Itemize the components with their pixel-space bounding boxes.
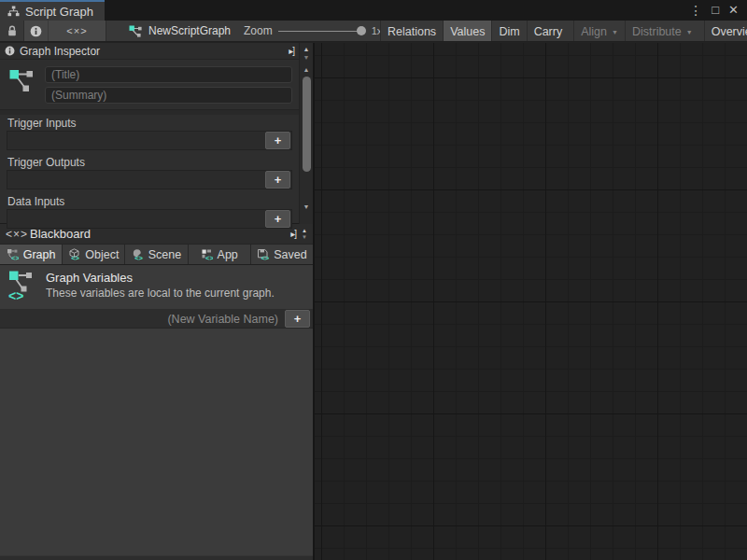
graph-variables-icon-large: <> <box>7 270 35 309</box>
graph-variables-icon: <> <box>7 248 19 260</box>
chevron-down-icon: ▼ <box>612 29 618 35</box>
variables-code-icon: <×> <box>66 25 87 36</box>
graph-node-icon <box>129 25 143 37</box>
new-variable-name-input[interactable] <box>0 313 285 326</box>
overview-button[interactable]: Overview <box>704 21 747 42</box>
tab-graph[interactable]: <> Graph <box>0 245 62 264</box>
zoom-slider[interactable] <box>278 25 366 36</box>
svg-text:<>: <> <box>134 254 143 260</box>
svg-text:<>: <> <box>205 254 213 260</box>
main-area: Graph Inspector ▸] <box>0 43 747 560</box>
blackboard-tabs: <> Graph <> Object <box>0 245 313 265</box>
tab-script-graph[interactable]: Script Graph <box>0 0 105 21</box>
scroll-down-icon[interactable]: ▼ <box>303 203 310 211</box>
graph-toolbar: <×> NewScriptGraph Zoom 1x Relation <box>0 21 747 42</box>
graph-variables-description: These variables are local to the current… <box>46 287 275 300</box>
info-icon <box>30 25 42 37</box>
add-trigger-input-button[interactable]: + <box>265 132 290 149</box>
inspector-scrollbar[interactable]: ▲ ▼ ▲ ▼ <box>299 43 313 224</box>
data-inputs-section: Data Inputs + <box>7 195 292 229</box>
tab-app[interactable]: <> App <box>189 245 250 264</box>
maximize-icon[interactable]: □ <box>712 0 719 21</box>
titlebar: Script Graph ⋮ □ ✕ <box>0 0 747 21</box>
graph-inspector-panel: Graph Inspector ▸] <box>0 43 313 224</box>
trigger-inputs-label: Trigger Inputs <box>7 117 292 131</box>
inspector-toggle-button[interactable] <box>24 21 49 41</box>
dock-panel-icon[interactable]: ▸] <box>290 229 296 239</box>
chevron-down-icon: ▼ <box>686 29 693 35</box>
app-variables-icon: <> <box>201 248 213 260</box>
tab-label: Script Graph <box>25 5 93 19</box>
svg-text:<>: <> <box>11 254 19 260</box>
sidebar: Graph Inspector ▸] <box>0 43 315 560</box>
graph-name-label: NewScriptGraph <box>148 24 231 37</box>
tab-saved[interactable]: <> Saved <box>251 245 313 264</box>
add-trigger-output-button[interactable]: + <box>265 171 290 189</box>
graph-variables-info: <> Graph Variables These variables are l… <box>0 265 313 310</box>
graph-inspector-header: Graph Inspector ▸] <box>0 43 299 60</box>
add-variable-button[interactable]: + <box>285 310 310 328</box>
trigger-outputs-label: Trigger Outputs <box>7 156 292 170</box>
saved-variables-icon: <> <box>257 248 269 260</box>
graph-inspector-body: Trigger Inputs + Trigger Outputs + Data … <box>0 60 299 229</box>
lock-button[interactable] <box>0 21 24 41</box>
svg-text:<>: <> <box>261 254 270 260</box>
blackboard-scroll-arrows[interactable]: ▲ ▼ <box>302 228 307 241</box>
scroll-up-icon[interactable]: ▲ <box>303 65 310 74</box>
blackboard-toggle-button[interactable]: <×> <box>49 21 106 41</box>
close-icon[interactable]: ✕ <box>728 0 739 21</box>
relations-button[interactable]: Relations <box>380 21 443 42</box>
scroll-down-icon[interactable]: ▼ <box>302 234 307 241</box>
graph-canvas[interactable] <box>315 43 747 560</box>
lock-icon <box>7 25 18 37</box>
scroll-up-icon[interactable]: ▲ <box>303 45 310 53</box>
script-graph-icon <box>7 6 20 17</box>
info-icon <box>5 46 15 56</box>
zoom-label: Zoom <box>244 24 273 37</box>
zoom-slider-track[interactable] <box>278 31 360 32</box>
distribute-dropdown[interactable]: Distribute ▼ <box>625 21 699 42</box>
trigger-outputs-list: + <box>7 170 292 189</box>
blackboard-title: Blackboard <box>30 227 91 241</box>
dock-panel-icon[interactable]: ▸] <box>289 46 294 56</box>
add-data-input-button[interactable]: + <box>265 210 290 228</box>
trigger-outputs-section: Trigger Outputs + <box>7 156 292 189</box>
zoom-control: Zoom 1x <box>244 24 382 37</box>
scroll-up-icon[interactable]: ▲ <box>302 228 307 234</box>
zoom-slider-handle[interactable] <box>357 26 366 35</box>
graph-inspector-title: Graph Inspector <box>20 45 100 58</box>
tab-scene[interactable]: <> Scene <box>125 245 187 264</box>
data-inputs-list: + <box>7 209 292 229</box>
trigger-inputs-section: Trigger Inputs + <box>7 117 292 150</box>
scrollbar-thumb[interactable] <box>303 77 311 172</box>
graph-title-input[interactable] <box>45 66 292 83</box>
tab-object[interactable]: <> Object <box>63 245 124 264</box>
script-graph-window: Script Graph ⋮ □ ✕ <box>0 0 747 560</box>
values-button[interactable]: Values <box>443 21 491 42</box>
toolbar-right-group: Relations Values Dim Carry Align ▼ Distr… <box>380 21 747 42</box>
window-menu-icon[interactable]: ⋮ <box>689 0 702 21</box>
graph-variables-title: Graph Variables <box>46 271 275 285</box>
object-variables-icon: <> <box>68 248 80 260</box>
graph-reference[interactable]: NewScriptGraph <box>129 24 231 37</box>
svg-text:<>: <> <box>71 254 79 260</box>
divider <box>0 109 299 115</box>
sidebar-bottom-strip <box>0 555 313 560</box>
align-dropdown[interactable]: Align ▼ <box>573 21 625 42</box>
window-controls: ⋮ □ ✕ <box>689 0 747 21</box>
scene-variables-icon: <> <box>132 248 144 260</box>
svg-text:<>: <> <box>8 288 23 303</box>
dim-button[interactable]: Dim <box>491 21 526 42</box>
variables-list-empty <box>0 329 313 555</box>
data-inputs-label: Data Inputs <box>7 195 292 209</box>
trigger-inputs-list: + <box>7 131 292 150</box>
new-variable-row: + <box>0 310 313 329</box>
graph-node-icon-large <box>8 66 36 104</box>
graph-summary-input[interactable] <box>45 87 292 104</box>
scroll-down-icon[interactable]: ▼ <box>303 53 310 62</box>
variables-code-icon: <×> <box>6 228 28 241</box>
carry-button[interactable]: Carry <box>527 21 570 42</box>
